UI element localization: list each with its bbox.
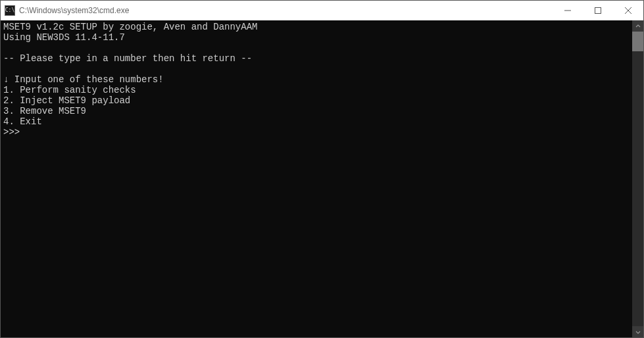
chevron-down-icon xyxy=(635,329,641,335)
window-controls xyxy=(553,1,643,20)
chevron-up-icon xyxy=(635,24,641,29)
terminal-line: Using NEW3DS 11.4-11.7 xyxy=(3,32,125,43)
svg-rect-1 xyxy=(595,8,601,14)
close-button[interactable] xyxy=(613,1,643,20)
minimize-button[interactable] xyxy=(553,1,583,20)
terminal-line: 2. Inject MSET9 payload xyxy=(3,95,130,106)
scroll-down-button[interactable] xyxy=(632,326,643,337)
terminal-line: 1. Perform sanity checks xyxy=(3,85,136,95)
terminal-output[interactable]: MSET9 v1.2c SETUP by zoogie, Aven and Da… xyxy=(1,20,632,337)
terminal-line: -- Please type in a number then hit retu… xyxy=(3,53,252,64)
titlebar[interactable]: C:\ C:\Windows\system32\cmd.exe xyxy=(1,1,643,20)
cmd-icon: C:\ xyxy=(5,5,15,16)
terminal-line: MSET9 v1.2c SETUP by zoogie, Aven and Da… xyxy=(3,22,257,32)
terminal-line: 3. Remove MSET9 xyxy=(3,106,86,116)
cmd-window: C:\ C:\Windows\system32\cmd.exe MSET9 v1… xyxy=(0,0,644,338)
vertical-scrollbar[interactable] xyxy=(632,20,643,337)
terminal-line: ↓ Input one of these numbers! xyxy=(3,74,164,85)
maximize-icon xyxy=(595,7,601,14)
window-title: C:\Windows\system32\cmd.exe xyxy=(19,6,553,15)
maximize-button[interactable] xyxy=(583,1,613,20)
scrollbar-track[interactable] xyxy=(632,32,643,326)
close-icon xyxy=(625,7,632,14)
scroll-up-button[interactable] xyxy=(632,20,643,32)
terminal-line: 4. Exit xyxy=(3,116,42,127)
terminal-prompt: >>> xyxy=(3,127,20,137)
scrollbar-thumb[interactable] xyxy=(632,32,643,51)
client-area: MSET9 v1.2c SETUP by zoogie, Aven and Da… xyxy=(1,20,643,337)
minimize-icon xyxy=(564,7,571,14)
